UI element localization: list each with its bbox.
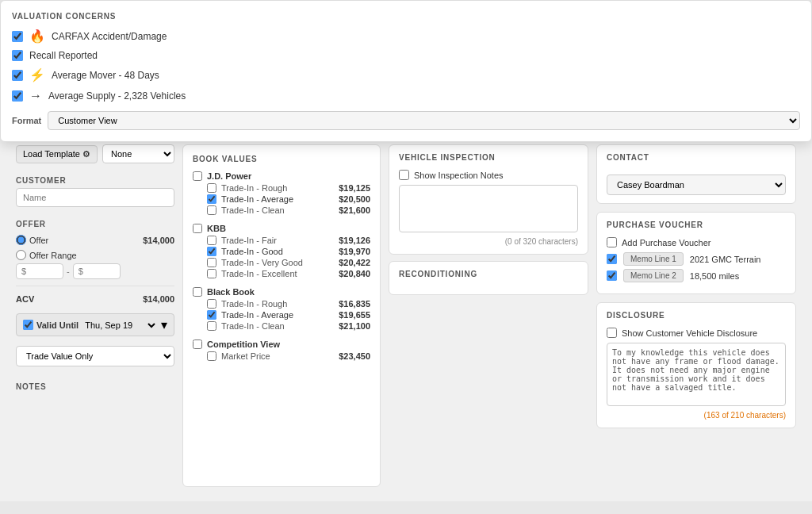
inspection-char-count: (0 of 320 characters): [399, 237, 578, 246]
acv-label: ACV: [16, 294, 34, 304]
add-voucher-label: Add Purchase Voucher: [622, 238, 711, 247]
blackbook-row-clean[interactable]: Trade-In - Clean $21,100: [193, 320, 370, 332]
valid-until-select[interactable]: Thu, Sep 19: [82, 320, 158, 331]
offer-radio[interactable]: [16, 235, 26, 245]
book-values-title: BOOK VALUES: [193, 155, 370, 163]
acv-value: $14,000: [143, 294, 174, 304]
kbb-row-excellent[interactable]: Trade-In - Excellent $20,840: [193, 268, 370, 279]
purchase-voucher-title: PURCHASE VOUCHER: [607, 221, 786, 229]
load-template-button[interactable]: Load Template ⚙: [16, 145, 98, 163]
offer-range-radio[interactable]: [16, 250, 26, 260]
disclosure-title: DISCLOSURE: [607, 311, 786, 320]
range-to-input[interactable]: [73, 263, 121, 279]
valid-until-dropdown-icon: ▾: [161, 317, 167, 332]
customer-section-label: CUSTOMER: [16, 176, 174, 185]
offer-amount: $14,000: [143, 236, 174, 245]
notes-label: NOTES: [16, 382, 174, 391]
concern-supply[interactable]: → Average Supply - 2,328 Vehicles: [12, 102, 800, 103]
memo1-checkbox[interactable]: [607, 254, 617, 264]
jdpower-main-checkbox[interactable]: [193, 171, 202, 181]
contact-section: CONTACT Casey Boardman: [596, 144, 796, 204]
reconditioning-section: RECONDITIONING: [389, 261, 588, 295]
format-label: Format: [12, 116, 41, 125]
contact-title: CONTACT: [607, 153, 786, 162]
competition-row-market[interactable]: Market Price $23,450: [193, 351, 370, 362]
jdpower-row-average[interactable]: Trade-In - Average $20,500: [193, 194, 370, 205]
book-section-kbb: KBB Trade-In - Fair $19,126 Trade-In - G…: [193, 224, 370, 279]
jdpower-row-rough[interactable]: Trade-In - Rough $19,125: [193, 182, 370, 194]
memo-line-2: Memo Line 2 18,500 miles: [607, 269, 786, 282]
disclosure-section: DISCLOSURE Show Customer Vehicle Disclos…: [596, 302, 796, 428]
trade-value-select[interactable]: Trade Value Only Retail Wholesale: [16, 346, 174, 366]
contact-select[interactable]: Casey Boardman: [607, 175, 786, 195]
memo2-label: Memo Line 2: [623, 269, 684, 282]
competition-market-checkbox[interactable]: [207, 351, 216, 361]
customer-name-input[interactable]: [16, 188, 174, 207]
template-select[interactable]: None: [102, 144, 174, 163]
offer-radio-label[interactable]: Offer: [16, 235, 48, 245]
kbb-row-good[interactable]: Trade-In - Good $19,970: [193, 246, 370, 257]
competition-main-checkbox[interactable]: [193, 339, 202, 349]
book-section-jdpower: J.D. Power Trade-In - Rough $19,125 Trad…: [193, 171, 370, 216]
kbb-excellent-checkbox[interactable]: [207, 269, 216, 278]
kbb-fair-checkbox[interactable]: [207, 236, 216, 245]
blackbook-main-checkbox[interactable]: [193, 287, 202, 297]
add-voucher-checkbox[interactable]: [607, 237, 617, 247]
kbb-main-checkbox[interactable]: [193, 224, 202, 233]
blackbook-rough-checkbox[interactable]: [207, 299, 216, 309]
memo-line-1: Memo Line 1 2021 GMC Terrain: [607, 252, 786, 266]
blackbook-clean-checkbox[interactable]: [207, 321, 216, 331]
kbb-verygood-checkbox[interactable]: [207, 258, 216, 267]
range-from-input[interactable]: [16, 263, 63, 279]
blackbook-row-average[interactable]: Trade-In - Average $19,655: [193, 309, 370, 320]
valid-until-checkbox[interactable]: [23, 320, 33, 330]
offer-range-radio-label[interactable]: Offer Range: [16, 250, 77, 260]
show-inspection-label: Show Inspection Notes: [414, 171, 504, 180]
offer-section-label: OFFER: [16, 220, 174, 228]
memo2-value: 18,500 miles: [690, 271, 739, 281]
disclosure-checkbox[interactable]: [607, 328, 617, 338]
valid-until-label: Valid Until: [36, 320, 79, 330]
kbb-good-checkbox[interactable]: [207, 247, 216, 256]
inspection-title: VEHICLE INSPECTION: [399, 153, 578, 162]
format-select[interactable]: Customer View Internal View: [48, 111, 800, 130]
jdpower-clean-checkbox[interactable]: [207, 205, 216, 215]
vehicle-inspection-section: VEHICLE INSPECTION Show Inspection Notes…: [389, 144, 588, 255]
blackbook-row-rough[interactable]: Trade-In - Rough $16,835: [193, 298, 370, 309]
show-inspection-checkbox[interactable]: [399, 170, 409, 180]
book-section-blackbook: Black Book Trade-In - Rough $16,835 Trad…: [193, 287, 370, 332]
kbb-row-verygood[interactable]: Trade-In - Very Good $20,422: [193, 257, 370, 268]
disclosure-show-label: Show Customer Vehicle Disclosure: [622, 328, 757, 338]
reconditioning-title: RECONDITIONING: [399, 270, 578, 278]
jdpower-rough-checkbox[interactable]: [207, 183, 216, 193]
inspection-textarea[interactable]: [399, 185, 578, 232]
memo1-value: 2021 GMC Terrain: [690, 255, 761, 264]
memo2-checkbox[interactable]: [607, 270, 617, 281]
supply-icon: →: [29, 102, 42, 103]
valuation-panel: VALUATION CONCERNS 🔥 CARFAX Accident/Dam…: [0, 102, 812, 142]
blackbook-average-checkbox[interactable]: [207, 310, 216, 320]
memo1-label: Memo Line 1: [623, 252, 684, 266]
book-section-competition: Competition View Market Price $23,450: [193, 339, 370, 362]
kbb-row-fair[interactable]: Trade-In - Fair $19,126: [193, 235, 370, 246]
purchase-voucher-section: PURCHASE VOUCHER Add Purchase Voucher Me…: [596, 212, 796, 294]
jdpower-average-checkbox[interactable]: [207, 194, 216, 204]
disclosure-textarea[interactable]: To my knowledge this vehicle does not ha…: [607, 343, 786, 406]
disclosure-char-count: (163 of 210 characters): [607, 411, 786, 420]
jdpower-row-clean[interactable]: Trade-In - Clean $21,600: [193, 205, 370, 216]
